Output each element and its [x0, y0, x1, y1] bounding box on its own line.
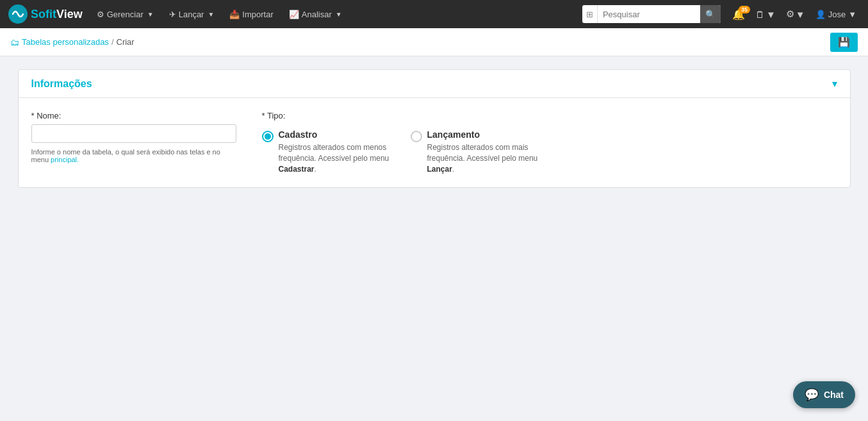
nav-lancar[interactable]: ✈ Lançar ▼ [163, 0, 221, 28]
search-grid-icon: ⊞ [582, 5, 598, 23]
breadcrumb-separator: / [111, 37, 114, 47]
tipo-lancamento-title: Lançamento [427, 129, 539, 140]
nav-importar[interactable]: 📥 Importar [223, 0, 279, 28]
collapse-button[interactable]: ▾ [832, 78, 837, 90]
brand-soft: Sofit [31, 8, 56, 21]
form-card-title: Informações [31, 78, 92, 90]
tipo-cadastro-content: Cadastro Registros alterados com menos f… [279, 129, 390, 174]
name-input[interactable] [31, 124, 236, 143]
gerenciar-icon: ⚙ [97, 10, 104, 19]
radio-cadastro-inner [265, 133, 271, 140]
save-button[interactable]: 💾 [830, 33, 858, 52]
gerenciar-caret: ▼ [147, 11, 154, 18]
tipo-lancamento-desc-pre: Registros alterados com mais frequência.… [427, 143, 538, 163]
document-icon: 🗒 [755, 9, 765, 20]
tipo-cadastro-title: Cadastro [279, 129, 390, 140]
tipo-label: * Tipo: [262, 111, 539, 120]
breadcrumb-bar: 🗂 Tabelas personalizadas / Criar 💾 [0, 28, 868, 56]
importar-label: Importar [242, 10, 273, 19]
form-card-body: * Nome: Informe o nome da tabela, o qual… [19, 98, 850, 187]
brand-text: SofitView [31, 8, 83, 21]
breadcrumb-current: Criar [117, 37, 135, 47]
notifications-button[interactable]: 🔔 35 [728, 8, 749, 21]
navbar-actions: 🔔 35 🗒 ▼ ⚙ ▼ 👤 Jose ▼ [728, 8, 860, 21]
analisar-caret: ▼ [336, 11, 342, 18]
analisar-label: Analisar [302, 10, 332, 19]
network-caret: ▼ [796, 9, 805, 20]
tipo-section: * Tipo: Cadastro Registros alterados com… [262, 111, 539, 174]
tipo-lancamento-desc-bold: Lançar [427, 165, 452, 174]
importar-icon: 📥 [229, 10, 240, 19]
radio-cadastro[interactable] [262, 131, 274, 142]
analisar-icon: 📈 [289, 10, 299, 19]
user-menu-button[interactable]: 👤 Jose ▼ [812, 10, 860, 19]
brand-logo-icon [8, 4, 28, 24]
gerenciar-label: Gerenciar [107, 10, 143, 19]
user-icon: 👤 [815, 10, 826, 19]
nav-gerenciar[interactable]: ⚙ Gerenciar ▼ [90, 0, 160, 28]
tipo-cadastro-desc: Registros alterados com menos frequência… [279, 142, 390, 174]
form-card: Informações ▾ * Nome: Informe o nome da … [18, 69, 851, 188]
tipo-lancamento-desc: Registros alterados com mais frequência.… [427, 142, 539, 174]
search-box: ⊞ 🔍 [582, 5, 721, 23]
search-input[interactable] [598, 5, 700, 23]
chat-button[interactable]: 💬 Chat [793, 381, 855, 408]
brand-view: View [56, 8, 83, 21]
chat-icon: 💬 [805, 388, 819, 402]
chat-label: Chat [824, 390, 844, 400]
nav-analisar[interactable]: 📈 Analisar ▼ [283, 0, 348, 28]
search-button[interactable]: 🔍 [700, 5, 721, 23]
navbar: SofitView ⚙ Gerenciar ▼ ✈ Lançar ▼ 📥 Imp… [0, 0, 868, 28]
tipo-option-lancamento[interactable]: Lançamento Registros alterados com mais … [411, 129, 539, 174]
document-caret: ▼ [766, 9, 776, 20]
breadcrumb: 🗂 Tabelas personalizadas / Criar [10, 37, 135, 47]
form-row: * Nome: Informe o nome da tabela, o qual… [31, 111, 837, 174]
user-caret: ▼ [848, 10, 856, 19]
lancar-caret: ▼ [208, 11, 214, 18]
document-button[interactable]: 🗒 ▼ [751, 9, 780, 20]
form-card-header: Informações ▾ [19, 70, 850, 98]
network-button[interactable]: ⚙ ▼ [782, 8, 809, 20]
user-label: Jose [828, 10, 846, 19]
brand-logo-container: SofitView [8, 4, 83, 24]
name-hint: Informe o nome da tabela, o qual será ex… [31, 148, 236, 163]
name-hint-link[interactable]: principal. [51, 156, 79, 163]
tipo-cadastro-desc-bold: Cadastrar [279, 165, 315, 174]
notifications-badge: 35 [739, 6, 750, 13]
breadcrumb-icon: 🗂 [10, 37, 19, 47]
tipo-lancamento-desc-post: . [452, 165, 454, 174]
name-field-group: * Nome: Informe o nome da tabela, o qual… [31, 111, 236, 163]
lancar-icon: ✈ [169, 10, 176, 19]
radio-lancamento[interactable] [411, 131, 422, 142]
tipo-options: Cadastro Registros alterados com menos f… [262, 129, 539, 174]
name-label: * Nome: [31, 111, 236, 120]
lancar-label: Lançar [179, 10, 204, 19]
tipo-cadastro-desc-pre: Registros alterados com menos frequência… [279, 143, 389, 163]
tipo-option-cadastro[interactable]: Cadastro Registros alterados com menos f… [262, 129, 390, 174]
tipo-cadastro-desc-post: . [315, 165, 316, 174]
breadcrumb-link[interactable]: Tabelas personalizadas [22, 37, 109, 47]
tipo-lancamento-content: Lançamento Registros alterados com mais … [427, 129, 539, 174]
main-content: Informações ▾ * Nome: Informe o nome da … [0, 56, 868, 201]
network-icon: ⚙ [786, 8, 794, 20]
